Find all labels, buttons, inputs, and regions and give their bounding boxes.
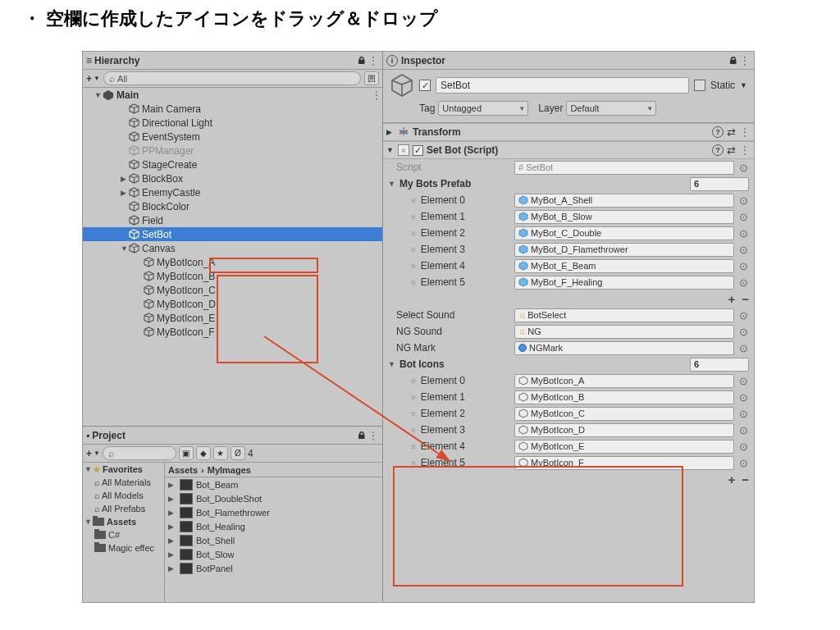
icons-add-remove[interactable]: +− <box>383 471 754 487</box>
element-label[interactable]: ≡Element 1 <box>388 391 511 403</box>
asset-item[interactable]: ▶Bot_Flamethrower <box>165 505 382 519</box>
hierarchy-item[interactable]: Directional Light <box>83 116 382 130</box>
favorites-row[interactable]: ▼★Favorites <box>83 463 164 476</box>
icon-field[interactable]: MyBotIcon_D <box>514 423 734 437</box>
foldout-icon[interactable]: ▶ <box>168 523 176 531</box>
foldout-icon[interactable]: ▼ <box>386 146 395 154</box>
ng-sound-field[interactable]: ♫NG <box>514 325 734 339</box>
favorite-item[interactable]: ⌕All Models <box>83 489 164 502</box>
favorite-item[interactable]: ⌕All Materials <box>83 476 164 489</box>
foldout-icon[interactable]: ▶ <box>168 564 176 573</box>
drag-handle-icon[interactable]: ≡ <box>411 229 416 238</box>
add-icon[interactable]: + <box>728 472 735 486</box>
drag-handle-icon[interactable]: ≡ <box>411 245 416 254</box>
element-label[interactable]: ≡Element 3 <box>388 244 511 255</box>
prefab-array-header[interactable]: ▼ My Bots Prefab 6 <box>383 176 754 192</box>
object-picker-icon[interactable] <box>737 424 749 436</box>
object-picker-icon[interactable] <box>737 260 749 272</box>
tag-dropdown[interactable]: Untagged <box>438 101 528 116</box>
drag-handle-icon[interactable]: ≡ <box>411 459 416 468</box>
object-picker-icon[interactable] <box>737 194 749 206</box>
asset-item[interactable]: ▶Bot_Slow <box>165 547 382 561</box>
hierarchy-item[interactable]: MyBotIcon_F <box>83 325 382 339</box>
scene-row[interactable]: ▼ Main ⋮ <box>83 88 382 102</box>
setbot-component-header[interactable]: ▼ # ✓ Set Bot (Script) ? ⇄ ⋮ <box>383 141 754 159</box>
component-menu-icon[interactable]: ⋮ <box>739 144 751 156</box>
icon-field[interactable]: MyBotIcon_A <box>514 374 734 388</box>
lock-icon[interactable]: 🔒︎ <box>356 55 368 66</box>
object-picker-icon[interactable] <box>737 326 749 337</box>
icon-field[interactable]: MyBotIcon_F <box>514 456 734 470</box>
lock-icon[interactable]: 🔒︎ <box>356 430 368 441</box>
search-by-type-button[interactable]: 囲 <box>364 71 379 85</box>
foldout-icon[interactable]: ▼ <box>388 360 396 368</box>
foldout-icon[interactable]: ▶ <box>168 495 176 503</box>
object-picker-icon[interactable] <box>737 408 749 419</box>
foldout-icon[interactable]: ▶ <box>121 175 129 183</box>
hierarchy-item[interactable]: MyBotIcon_A <box>83 255 382 269</box>
foldout-icon[interactable]: ▼ <box>388 180 396 188</box>
favorite-item[interactable]: ⌕All Prefabs <box>83 502 164 515</box>
object-picker-icon[interactable] <box>737 276 749 288</box>
static-dropdown-icon[interactable]: ▼ <box>740 81 747 89</box>
asset-item[interactable]: ▶BotPanel <box>165 561 382 575</box>
static-checkbox[interactable] <box>694 80 705 91</box>
element-label[interactable]: ≡Element 2 <box>388 227 511 239</box>
object-picker-icon[interactable] <box>737 162 749 173</box>
element-label[interactable]: ≡Element 3 <box>388 424 511 436</box>
folder-item[interactable]: Magic effec <box>83 541 164 555</box>
drag-handle-icon[interactable]: ≡ <box>411 377 416 386</box>
remove-icon[interactable]: − <box>742 472 749 486</box>
panel-menu-icon[interactable]: ⋮ <box>739 55 751 66</box>
layer-dropdown[interactable]: Default <box>566 101 656 116</box>
icon-field[interactable]: MyBotIcon_E <box>514 440 734 454</box>
scene-menu-icon[interactable]: ⋮ <box>371 89 382 101</box>
hierarchy-item[interactable]: Field <box>83 213 382 227</box>
assets-root[interactable]: ▼Assets <box>83 515 164 528</box>
element-label[interactable]: ≡Element 4 <box>388 441 511 452</box>
element-label[interactable]: ≡Element 0 <box>388 375 511 386</box>
hierarchy-item[interactable]: BlockColor <box>83 199 382 213</box>
drag-handle-icon[interactable]: ≡ <box>411 409 416 418</box>
prefab-count-field[interactable]: 6 <box>690 177 749 191</box>
help-icon[interactable]: ? <box>712 144 724 156</box>
hierarchy-item[interactable]: SetBot <box>83 227 382 241</box>
foldout-icon[interactable]: ▼ <box>121 244 129 253</box>
project-assets[interactable]: Assets › MyImages ▶Bot_Beam▶Bot_DoubleSh… <box>165 463 382 602</box>
icon-field[interactable]: MyBotIcon_B <box>514 390 734 404</box>
asset-item[interactable]: ▶Bot_Beam <box>165 477 382 491</box>
transform-component-header[interactable]: ▶ Transform ? ⇄ ⋮ <box>383 123 754 141</box>
object-picker-icon[interactable] <box>737 391 749 403</box>
hierarchy-header[interactable]: ≡ Hierarchy 🔒︎ ⋮ <box>83 52 382 70</box>
folder-item[interactable]: C# <box>83 528 164 541</box>
hierarchy-item[interactable]: MyBotIcon_C <box>83 283 382 297</box>
component-menu-icon[interactable]: ⋮ <box>739 126 751 138</box>
drag-handle-icon[interactable]: ≡ <box>411 196 416 205</box>
hierarchy-item[interactable]: MyBotIcon_E <box>83 311 382 325</box>
drag-handle-icon[interactable]: ≡ <box>411 426 416 435</box>
project-header[interactable]: ▪ Project 🔒︎ ⋮ <box>83 427 382 445</box>
element-label[interactable]: ≡Element 0 <box>388 194 511 206</box>
inspector-header[interactable]: i Inspector 🔒︎ ⋮ <box>383 52 754 70</box>
hierarchy-item[interactable]: Main Camera <box>83 102 382 116</box>
panel-menu-icon[interactable]: ⋮ <box>368 55 379 66</box>
asset-item[interactable]: ▶Bot_DoubleShot <box>165 491 382 505</box>
preset-icon[interactable]: ⇄ <box>727 126 736 139</box>
create-button[interactable]: +▼ <box>86 448 100 459</box>
drag-handle-icon[interactable]: ≡ <box>411 262 416 271</box>
hierarchy-item[interactable]: ▼Canvas <box>83 241 382 255</box>
hierarchy-search[interactable]: All <box>103 71 361 85</box>
prefab-field[interactable]: MyBot_F_Healing <box>514 276 734 290</box>
icon-field[interactable]: MyBotIcon_C <box>514 407 734 421</box>
gameobject-icon[interactable] <box>390 73 414 98</box>
prefab-field[interactable]: MyBot_B_Slow <box>514 210 734 224</box>
foldout-icon[interactable]: ▶ <box>386 128 395 136</box>
add-icon[interactable]: + <box>728 292 735 306</box>
gameobject-name-field[interactable]: SetBot <box>436 77 689 94</box>
active-checkbox[interactable]: ✓ <box>419 80 431 91</box>
hierarchy-item[interactable]: EventSystem <box>83 130 382 144</box>
prefab-field[interactable]: MyBot_D_Flamethrower <box>514 243 734 257</box>
help-icon[interactable]: ? <box>712 126 724 138</box>
object-picker-icon[interactable] <box>737 211 749 222</box>
crumb-root[interactable]: Assets <box>168 465 198 475</box>
